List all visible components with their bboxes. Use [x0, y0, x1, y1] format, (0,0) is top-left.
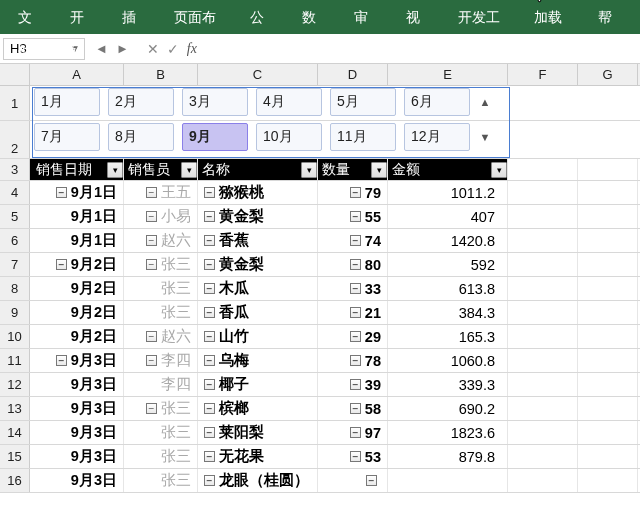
cell[interactable]	[508, 325, 578, 348]
cell[interactable]: 9月3日	[30, 469, 124, 492]
cell[interactable]: −乌梅	[198, 349, 318, 372]
filter-icon[interactable]: ▾	[491, 162, 507, 178]
cell[interactable]: −9月1日	[30, 181, 124, 204]
collapse-icon[interactable]: −	[56, 187, 67, 198]
cell[interactable]: −9月2日	[30, 253, 124, 276]
cell[interactable]	[578, 229, 638, 252]
slicer-month-7月[interactable]: 7月	[34, 123, 100, 151]
cell[interactable]	[508, 181, 578, 204]
collapse-icon[interactable]: −	[204, 331, 215, 342]
cell[interactable]: −赵六	[124, 229, 198, 252]
collapse-icon[interactable]: −	[146, 403, 157, 414]
cell[interactable]: −椰子	[198, 373, 318, 396]
cell[interactable]: −龙眼（桂圆）	[198, 469, 318, 492]
cell[interactable]: 9月3日	[30, 373, 124, 396]
row-header-16[interactable]: 16	[0, 469, 30, 492]
cell[interactable]: 690.2	[388, 397, 508, 420]
cell-g3[interactable]	[578, 159, 638, 180]
cell[interactable]: 592	[388, 253, 508, 276]
row-header-13[interactable]: 13	[0, 397, 30, 420]
slicer-month-9月[interactable]: 9月	[182, 123, 248, 151]
cell[interactable]: −赵六	[124, 325, 198, 348]
cell[interactable]	[508, 205, 578, 228]
collapse-icon[interactable]: −	[350, 307, 361, 318]
cell[interactable]: −槟榔	[198, 397, 318, 420]
cell[interactable]: 9月1日	[30, 229, 124, 252]
cell[interactable]: −33	[318, 277, 388, 300]
collapse-icon[interactable]: −	[146, 331, 157, 342]
cell[interactable]	[578, 181, 638, 204]
slicer-month-11月[interactable]: 11月	[330, 123, 396, 151]
collapse-icon[interactable]: −	[204, 211, 215, 222]
cell[interactable]: −香瓜	[198, 301, 318, 324]
cell[interactable]: −39	[318, 373, 388, 396]
slicer-month-10月[interactable]: 10月	[256, 123, 322, 151]
nav-left-icon[interactable]: ◄	[95, 41, 108, 56]
collapse-icon[interactable]: −	[146, 211, 157, 222]
cell[interactable]	[508, 469, 578, 492]
row-header-15[interactable]: 15	[0, 445, 30, 468]
collapse-icon[interactable]: −	[350, 211, 361, 222]
cell[interactable]	[578, 445, 638, 468]
slicer-month-12月[interactable]: 12月	[404, 123, 470, 151]
cell[interactable]: −猕猴桃	[198, 181, 318, 204]
cell[interactable]: 张三	[124, 421, 198, 444]
cell[interactable]: 李四	[124, 373, 198, 396]
filter-icon[interactable]: ▾	[107, 162, 123, 178]
slicer-month-5月[interactable]: 5月	[330, 88, 396, 116]
collapse-icon[interactable]: −	[204, 427, 215, 438]
row-header-3[interactable]: 3	[0, 159, 30, 180]
ribbon-tab-数据[interactable]: 数据	[288, 0, 340, 34]
cell[interactable]: 384.3	[388, 301, 508, 324]
cell[interactable]: −张三	[124, 397, 198, 420]
cell[interactable]	[578, 373, 638, 396]
cell[interactable]: −无花果	[198, 445, 318, 468]
row-header-12[interactable]: 12	[0, 373, 30, 396]
cell[interactable]	[578, 277, 638, 300]
cell[interactable]: −黄金梨	[198, 205, 318, 228]
collapse-icon[interactable]: −	[350, 235, 361, 246]
collapse-icon[interactable]: −	[350, 259, 361, 270]
cell[interactable]: −黄金梨	[198, 253, 318, 276]
cell[interactable]: 9月1日	[30, 205, 124, 228]
cell[interactable]: 339.3	[388, 373, 508, 396]
cell[interactable]: −53	[318, 445, 388, 468]
cell[interactable]: 张三	[124, 301, 198, 324]
ribbon-tab-审阅[interactable]: 审阅	[340, 0, 392, 34]
filter-icon[interactable]: ▾	[181, 162, 197, 178]
row-header-11[interactable]: 11	[0, 349, 30, 372]
ribbon-tab-公式[interactable]: 公式	[236, 0, 288, 34]
collapse-icon[interactable]: −	[204, 283, 215, 294]
cell[interactable]: −王五	[124, 181, 198, 204]
collapse-icon[interactable]: −	[350, 403, 361, 414]
ribbon-tab-页面布局[interactable]: 页面布局	[160, 0, 236, 34]
cell[interactable]: 9月2日	[30, 277, 124, 300]
cell[interactable]: 9月2日	[30, 325, 124, 348]
slicer-month-2月[interactable]: 2月	[108, 88, 174, 116]
cell[interactable]	[578, 205, 638, 228]
cell[interactable]: −莱阳梨	[198, 421, 318, 444]
collapse-icon[interactable]: −	[204, 187, 215, 198]
cell[interactable]	[578, 301, 638, 324]
cell[interactable]	[508, 277, 578, 300]
filter-icon[interactable]: ▾	[371, 162, 387, 178]
cell[interactable]: 9月3日	[30, 445, 124, 468]
cell[interactable]: 9月3日	[30, 397, 124, 420]
collapse-icon[interactable]: −	[350, 187, 361, 198]
cell[interactable]	[388, 469, 508, 492]
collapse-icon[interactable]: −	[204, 451, 215, 462]
cell[interactable]: 1823.6	[388, 421, 508, 444]
cell[interactable]	[578, 421, 638, 444]
row-header-6[interactable]: 6	[0, 229, 30, 252]
row-header-5[interactable]: 5	[0, 205, 30, 228]
slicer-month-4月[interactable]: 4月	[256, 88, 322, 116]
cell[interactable]: 407	[388, 205, 508, 228]
cell[interactable]	[578, 469, 638, 492]
collapse-icon[interactable]: −	[204, 235, 215, 246]
cell[interactable]: 张三	[124, 445, 198, 468]
ribbon-tab-开始[interactable]: 开始	[56, 0, 108, 34]
collapse-icon[interactable]: −	[56, 355, 67, 366]
cell[interactable]	[578, 349, 638, 372]
cell[interactable]: −74	[318, 229, 388, 252]
slicer-scroll-up-icon[interactable]: ▲	[478, 88, 492, 116]
